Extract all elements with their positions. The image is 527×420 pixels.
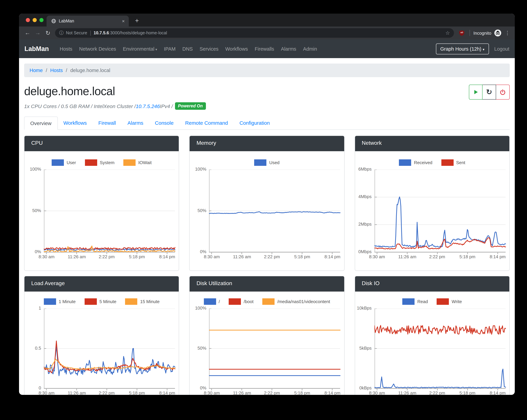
nav-item-ipam[interactable]: IPAM: [161, 43, 179, 54]
tab-firewall[interactable]: Firewall: [93, 117, 122, 130]
x-axis-labels: 8:30 am11:26 am2:22 pm5:18 pm8:14 pm: [355, 252, 509, 260]
legend-swatch: [44, 298, 56, 305]
x-axis-tick-label: 8:14 pm: [159, 254, 175, 259]
logout-link[interactable]: Logout: [494, 46, 509, 52]
breadcrumb-current: deluge.home.local: [70, 68, 110, 73]
load-average-chart: 1 Minute5 Minute15 Minute10.508:30 am11:…: [24, 297, 179, 395]
browser-tabstrip: LabMan × +: [19, 14, 515, 26]
tab-configuration[interactable]: Configuration: [234, 117, 275, 130]
power-off-button[interactable]: [496, 85, 510, 99]
plot-area: 100%50%0%: [24, 170, 179, 252]
host-specs: 1x CPU Cores / 0.5 GB RAM / IntelXeon Cl…: [24, 102, 510, 110]
x-axis-tick-label: 8:30 am: [369, 254, 385, 259]
x-axis-tick-label: 8:30 am: [204, 390, 220, 395]
back-button[interactable]: ←: [22, 30, 33, 36]
info-icon[interactable]: ⓘ: [59, 30, 64, 36]
x-axis-tick-label: 2:22 pm: [264, 254, 280, 259]
desktop-background: LabMan × + ← → ↻ ⓘ Not Secure 10.7.5.6 :…: [0, 0, 527, 420]
x-axis-tick-label: 2:22 pm: [99, 254, 115, 259]
card-title: Network: [355, 136, 509, 151]
host-ip-link[interactable]: 10.7.5.246: [136, 103, 160, 109]
x-axis-tick-label: 8:14 pm: [325, 254, 340, 259]
graph-hours-button[interactable]: Graph Hours (12h)▾: [436, 43, 489, 54]
x-axis-tick-label: 5:18 pm: [294, 390, 310, 395]
tab-console[interactable]: Console: [149, 117, 179, 130]
legend-swatch: [254, 159, 267, 166]
breadcrumb-separator: /: [66, 68, 67, 73]
x-axis-tick-label: 5:18 pm: [459, 254, 475, 259]
legend-item: IOWait: [123, 159, 152, 166]
close-window-button[interactable]: [26, 18, 30, 22]
legend-swatch: [399, 159, 411, 166]
x-axis-tick-label: 8:30 am: [39, 254, 55, 259]
cpu-chart: UserSystemIOWait100%50%0%8:30 am11:26 am…: [24, 158, 179, 260]
play-icon: [473, 89, 479, 95]
host-header: deluge.home.local ↻: [24, 85, 510, 99]
maximize-window-button[interactable]: [39, 18, 44, 22]
nav-item-services[interactable]: Services: [196, 43, 222, 54]
ublock-extension-icon[interactable]: uO: [459, 30, 465, 36]
nav-item-dns[interactable]: DNS: [179, 43, 196, 54]
legend-item: Received: [399, 159, 432, 166]
chart-card-cpu: CPU UserSystemIOWait100%50%0%8:30 am11:2…: [24, 136, 179, 271]
legend-item: User: [52, 159, 76, 166]
browser-menu-icon[interactable]: ⋮: [505, 30, 510, 36]
x-axis-tick-label: 2:22 pm: [429, 390, 445, 395]
forward-button[interactable]: →: [33, 30, 43, 36]
minimize-window-button[interactable]: [33, 18, 37, 22]
disk-utilization-chart: //boot/media/nas01/videocontent100%50%0%…: [190, 297, 344, 395]
nav-item-admin[interactable]: Admin: [300, 43, 320, 54]
x-axis-tick-label: 8:30 am: [204, 254, 220, 259]
tab-overview[interactable]: Overview: [24, 117, 58, 130]
legend-item: Used: [254, 159, 280, 166]
reload-button[interactable]: ↻: [43, 29, 53, 36]
chart-legend: 1 Minute5 Minute15 Minute: [24, 297, 179, 306]
power-on-button[interactable]: [469, 85, 483, 99]
chart-card-network: Network ReceivedSent6Mbps4Mbps2Mbps0Mbps…: [355, 136, 510, 271]
nav-item-network-devices[interactable]: Network Devices: [76, 43, 120, 54]
plot-area: 10.50: [24, 309, 179, 388]
y-axis-tick-label: 5kBps: [355, 346, 372, 351]
brand-logo[interactable]: LabMan: [24, 45, 49, 53]
nav-item-alarms[interactable]: Alarms: [278, 43, 300, 54]
breadcrumb-separator: /: [46, 68, 47, 73]
new-tab-button[interactable]: +: [132, 16, 141, 25]
plot-area: 100%50%0%: [190, 309, 344, 388]
tab-title: LabMan: [59, 19, 121, 23]
tab-alarms[interactable]: Alarms: [122, 117, 149, 130]
breadcrumb-home-link[interactable]: Home: [30, 68, 43, 73]
x-axis-tick-label: 5:18 pm: [129, 254, 145, 259]
globe-icon: [51, 19, 56, 23]
nav-item-hosts[interactable]: Hosts: [56, 43, 76, 54]
x-axis-labels: 8:30 am11:26 am2:22 pm5:18 pm8:14 pm: [24, 252, 179, 260]
y-axis-tick-label: 100%: [24, 166, 41, 172]
x-axis-tick-label: 11:26 am: [68, 390, 86, 395]
chart-legend: Used: [190, 158, 344, 167]
legend-item: /media/nas01/videocontent: [262, 298, 330, 305]
restart-button[interactable]: ↻: [483, 85, 496, 99]
address-bar[interactable]: ⓘ Not Secure 10.7.5.6 :3000/hosts/deluge…: [55, 28, 454, 38]
plot-area: 6Mbps4Mbps2Mbps0Mbps: [355, 170, 509, 252]
chart-legend: ReadWrite: [355, 297, 509, 306]
nav-item-environmental[interactable]: Environmental▾: [120, 43, 160, 54]
nav-item-workflows[interactable]: Workflows: [222, 43, 251, 54]
charts-row-1: CPU UserSystemIOWait100%50%0%8:30 am11:2…: [24, 136, 510, 271]
svg-text:uO: uO: [461, 32, 463, 33]
y-axis-tick-label: 50%: [24, 208, 41, 213]
nav-item-firewalls[interactable]: Firewalls: [251, 43, 277, 54]
x-axis-tick-label: 8:14 pm: [490, 254, 505, 259]
app-navbar: LabMan HostsNetwork DevicesEnvironmental…: [19, 39, 515, 58]
chevron-down-icon: ▾: [155, 47, 157, 51]
bookmark-star-icon[interactable]: ☆: [445, 30, 450, 36]
tab-remote-command[interactable]: Remote Command: [179, 117, 234, 130]
legend-swatch: [402, 298, 415, 305]
close-tab-icon[interactable]: ×: [121, 18, 125, 24]
nav-menu: HostsNetwork DevicesEnvironmental▾IPAMDN…: [56, 43, 436, 54]
breadcrumb-hosts-link[interactable]: Hosts: [50, 68, 63, 73]
browser-tab[interactable]: LabMan ×: [46, 16, 129, 26]
legend-swatch: [84, 298, 97, 305]
tab-workflows[interactable]: Workflows: [58, 117, 93, 130]
card-title: CPU: [24, 136, 179, 151]
legend-item: 1 Minute: [44, 298, 76, 305]
card-title: Memory: [190, 136, 344, 151]
